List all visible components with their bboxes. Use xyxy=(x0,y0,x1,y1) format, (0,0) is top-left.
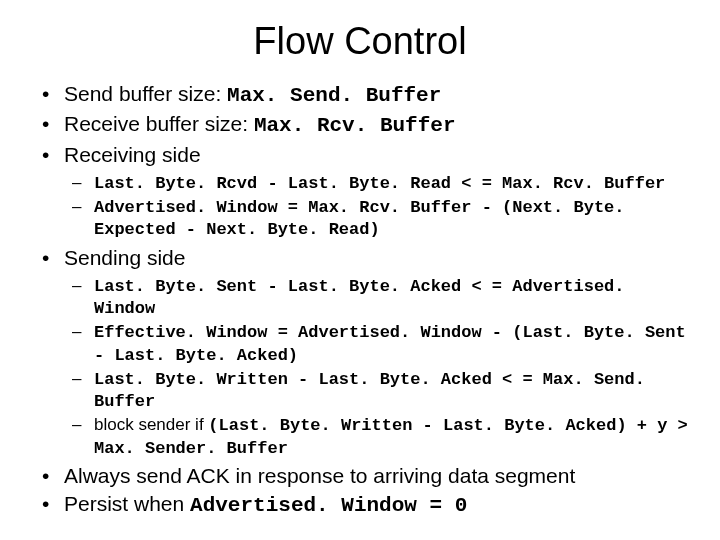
bullet-label: Persist when xyxy=(64,492,190,515)
sub-bullet: Last. Byte. Sent - Last. Byte. Acked < =… xyxy=(94,275,692,320)
bullet-send-buffer: Send buffer size: Max. Send. Buffer xyxy=(64,81,692,109)
sub-bullet: Effective. Window = Advertised. Window -… xyxy=(94,321,692,366)
bullet-sending-side: Sending side Last. Byte. Sent - Last. By… xyxy=(64,245,692,459)
sub-bullet: block sender if (Last. Byte. Written - L… xyxy=(94,414,692,459)
code-text: Effective. Window = Advertised. Window -… xyxy=(94,323,686,364)
bullet-label: Receive buffer size: xyxy=(64,112,254,135)
bullet-label: Sending side xyxy=(64,246,185,269)
sub-list-sending: Last. Byte. Sent - Last. Byte. Acked < =… xyxy=(64,275,692,459)
bullet-label: Receiving side xyxy=(64,143,201,166)
bullet-receive-buffer: Receive buffer size: Max. Rcv. Buffer xyxy=(64,111,692,139)
sub-bullet-label: block sender if xyxy=(94,415,208,434)
code-text: Last. Byte. Rcvd - Last. Byte. Read < = … xyxy=(94,174,665,193)
bullet-label: Always send ACK in response to arriving … xyxy=(64,464,575,487)
code-text: Max. Send. Buffer xyxy=(227,84,441,107)
slide: Flow Control Send buffer size: Max. Send… xyxy=(0,0,720,540)
sub-list-receiving: Last. Byte. Rcvd - Last. Byte. Read < = … xyxy=(64,172,692,241)
bullet-persist: Persist when Advertised. Window = 0 xyxy=(64,491,692,519)
bullet-label: Send buffer size: xyxy=(64,82,227,105)
slide-title: Flow Control xyxy=(28,20,692,63)
code-text: Max. Rcv. Buffer xyxy=(254,114,456,137)
sub-bullet: Last. Byte. Written - Last. Byte. Acked … xyxy=(94,368,692,413)
sub-bullet: Last. Byte. Rcvd - Last. Byte. Read < = … xyxy=(94,172,692,194)
code-text: Advertised. Window = 0 xyxy=(190,494,467,517)
code-text: Last. Byte. Written - Last. Byte. Acked … xyxy=(94,370,645,411)
sub-bullet: Advertised. Window = Max. Rcv. Buffer - … xyxy=(94,196,692,241)
bullet-list: Send buffer size: Max. Send. Buffer Rece… xyxy=(28,81,692,519)
bullet-always-ack: Always send ACK in response to arriving … xyxy=(64,463,692,489)
code-text: Last. Byte. Sent - Last. Byte. Acked < =… xyxy=(94,277,625,318)
code-text: Advertised. Window = Max. Rcv. Buffer - … xyxy=(94,198,625,239)
bullet-receiving-side: Receiving side Last. Byte. Rcvd - Last. … xyxy=(64,142,692,241)
